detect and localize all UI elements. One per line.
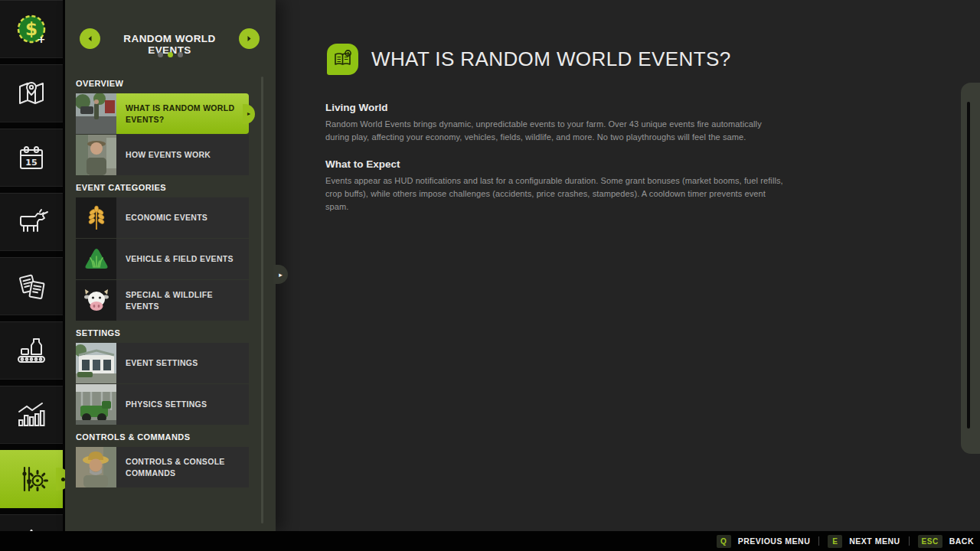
toolbar-tab-finances[interactable]: $ + bbox=[0, 0, 63, 58]
page-title: WHAT IS RANDOM WORLD EVENTS? bbox=[371, 47, 731, 71]
page-header: ? WHAT IS RANDOM WORLD EVENTS? bbox=[327, 44, 731, 75]
topic-item-label: HOW EVENTS WORK bbox=[116, 135, 249, 175]
section-heading: What to Expect bbox=[325, 158, 785, 170]
toolbar-tab-settings[interactable] bbox=[0, 450, 63, 508]
toolbar-tab-contracts[interactable] bbox=[0, 257, 63, 315]
content-section-what-to-expect: What to Expect Events appear as HUD noti… bbox=[325, 158, 785, 214]
topic-item-what-is-rwe[interactable]: WHAT IS RANDOM WORLD EVENTS? ▸ bbox=[76, 93, 249, 134]
key-hints-bar: Q PREVIOUS MENU E NEXT MENU ESC BACK bbox=[0, 531, 980, 551]
toolbar-tab-map[interactable] bbox=[0, 64, 63, 122]
section-label: OVERVIEW bbox=[76, 79, 249, 88]
statistics-icon bbox=[14, 397, 49, 432]
section-label: SETTINGS bbox=[76, 328, 249, 337]
hint-divider bbox=[909, 536, 910, 546]
calendar-icon: 15 bbox=[15, 141, 48, 174]
svg-text:$: $ bbox=[25, 19, 38, 39]
section-heading: Living World bbox=[325, 102, 785, 113]
previous-category-button[interactable] bbox=[80, 28, 100, 49]
topic-item-label: CONTROLS & CONSOLE COMMANDS bbox=[116, 447, 249, 487]
topic-item-label: VEHICLE & FIELD EVENTS bbox=[116, 239, 249, 279]
topic-item-physics-settings[interactable]: PHYSICS SETTINGS bbox=[76, 384, 249, 425]
hint-label: BACK bbox=[949, 536, 974, 546]
machinery-photo-thumbnail bbox=[76, 384, 116, 425]
section-label: CONTROLS & COMMANDS bbox=[76, 432, 249, 442]
cow-icon bbox=[14, 204, 49, 240]
hint-previous-menu[interactable]: Q PREVIOUS MENU bbox=[717, 535, 811, 548]
topic-item-label: EVENT SETTINGS bbox=[116, 343, 249, 383]
production-icon bbox=[14, 333, 49, 368]
active-item-arrow-icon: ▸ bbox=[243, 104, 255, 124]
svg-text:?: ? bbox=[347, 51, 349, 56]
panel-scrollbar[interactable] bbox=[261, 77, 263, 523]
page-dots bbox=[65, 52, 276, 57]
svg-text:15: 15 bbox=[25, 158, 37, 168]
topic-item-vehicle-field-events[interactable]: VEHICLE & FIELD EVENTS bbox=[76, 239, 249, 279]
chevron-left-icon bbox=[87, 35, 93, 42]
topic-item-how-events-work[interactable]: HOW EVENTS WORK bbox=[76, 135, 249, 175]
hint-back[interactable]: ESC BACK bbox=[918, 535, 974, 548]
help-menu-screen: $ + 15 bbox=[0, 0, 980, 551]
street-scene-thumbnail bbox=[76, 93, 116, 134]
farmer-photo-thumbnail bbox=[76, 135, 116, 175]
key-badge-q: Q bbox=[717, 535, 731, 548]
settings-gear-icon bbox=[14, 461, 49, 497]
toolbar-tab-statistics[interactable] bbox=[0, 386, 63, 444]
topic-item-special-wildlife-events[interactable]: SPECIAL & WILDLIFE EVENTS bbox=[76, 280, 249, 321]
hint-divider bbox=[818, 536, 819, 546]
hint-label: PREVIOUS MENU bbox=[738, 536, 811, 546]
help-book-icon: ? bbox=[327, 44, 358, 75]
page-dot[interactable] bbox=[158, 52, 163, 57]
key-badge-esc: ESC bbox=[918, 535, 942, 548]
topics-list: OVERVIEW WHAT IS RANDOM WORLD EVENTS? bbox=[76, 77, 249, 488]
content-section-living-world: Living World Random World Events brings … bbox=[325, 102, 785, 144]
topic-item-controls-console-commands[interactable]: CONTROLS & CONSOLE COMMANDS bbox=[76, 447, 249, 487]
section-label: EVENT CATEGORIES bbox=[76, 183, 249, 192]
topic-item-label: SPECIAL & WILDLIFE EVENTS bbox=[116, 280, 249, 321]
toolbar-tab-production[interactable] bbox=[0, 321, 63, 380]
page-dot[interactable] bbox=[178, 52, 183, 57]
documents-icon bbox=[15, 269, 48, 303]
topic-item-economic-events[interactable]: ECONOMIC EVENTS bbox=[76, 197, 249, 238]
help-page-content: ? WHAT IS RANDOM WORLD EVENTS? Living Wo… bbox=[276, 0, 980, 531]
content-scrollbar-track bbox=[967, 102, 970, 429]
grass-mound-icon bbox=[76, 239, 116, 279]
chevron-right-icon bbox=[246, 35, 253, 42]
hint-label: NEXT MENU bbox=[849, 536, 900, 546]
toolbar-tab-animals[interactable] bbox=[0, 193, 63, 251]
garden-center-photo-thumbnail bbox=[76, 343, 116, 383]
topic-item-label: ECONOMIC EVENTS bbox=[116, 197, 249, 238]
svg-text:+: + bbox=[38, 34, 46, 45]
farmer-portrait-thumbnail bbox=[76, 447, 116, 487]
topic-item-event-settings[interactable]: EVENT SETTINGS bbox=[76, 343, 249, 383]
wheat-icon bbox=[76, 197, 116, 238]
topic-item-label: PHYSICS SETTINGS bbox=[116, 384, 249, 425]
next-category-button[interactable] bbox=[239, 28, 260, 49]
topic-item-label: WHAT IS RANDOM WORLD EVENTS? bbox=[116, 93, 249, 134]
toolbar-tab-calendar[interactable]: 15 bbox=[0, 129, 63, 187]
key-badge-e: E bbox=[828, 535, 842, 548]
section-body: Events appear as HUD notifications and l… bbox=[325, 174, 785, 214]
section-body: Random World Events brings dynamic, unpr… bbox=[325, 118, 785, 144]
hint-next-menu[interactable]: E NEXT MENU bbox=[828, 535, 900, 548]
left-toolbar: $ + 15 bbox=[0, 0, 65, 531]
map-icon bbox=[15, 77, 48, 110]
help-topics-panel: RANDOM WORLD EVENTS OVERVIEW bbox=[65, 0, 276, 531]
cow-face-icon bbox=[76, 280, 116, 321]
content-scrollbar[interactable] bbox=[961, 83, 980, 454]
finances-icon: $ + bbox=[14, 11, 49, 47]
page-dot-active[interactable] bbox=[168, 52, 173, 57]
